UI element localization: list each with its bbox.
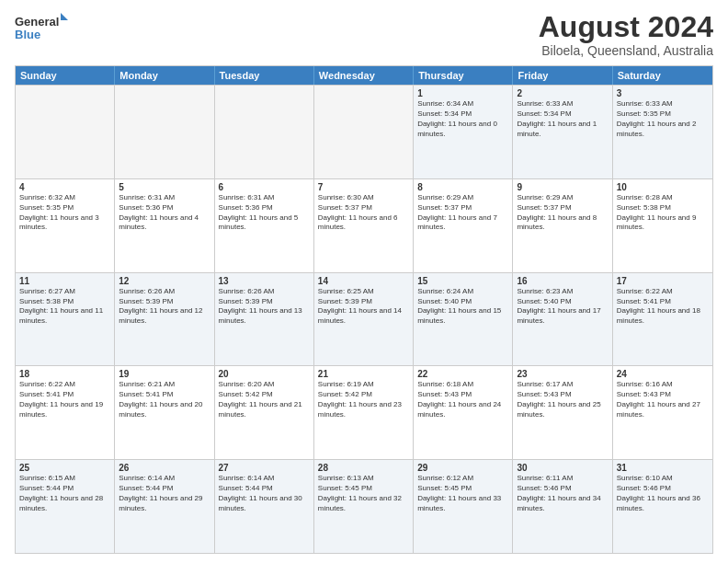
day-number: 7: [318, 182, 409, 192]
day-info: Sunrise: 6:15 AM Sunset: 5:44 PM Dayligh…: [19, 474, 110, 513]
day-info: Sunrise: 6:31 AM Sunset: 5:36 PM Dayligh…: [119, 193, 210, 233]
day-number: 6: [219, 182, 310, 192]
day-number: 10: [617, 182, 709, 192]
day-info: Sunrise: 6:25 AM Sunset: 5:39 PM Dayligh…: [318, 287, 409, 327]
logo-svg: General Blue: [15, 11, 70, 48]
day-info: Sunrise: 6:14 AM Sunset: 5:44 PM Dayligh…: [219, 474, 310, 513]
day-number: 4: [19, 182, 110, 192]
day-number: 13: [219, 276, 310, 286]
day-info: Sunrise: 6:11 AM Sunset: 5:46 PM Dayligh…: [517, 474, 608, 513]
calendar-cell: 3Sunrise: 6:33 AM Sunset: 5:35 PM Daylig…: [613, 86, 712, 178]
day-info: Sunrise: 6:20 AM Sunset: 5:42 PM Dayligh…: [219, 380, 310, 419]
day-number: 14: [318, 276, 409, 286]
day-info: Sunrise: 6:26 AM Sunset: 5:39 PM Dayligh…: [119, 287, 210, 327]
calendar-cell: 9Sunrise: 6:29 AM Sunset: 5:37 PM Daylig…: [513, 179, 612, 272]
calendar-cell: 27Sunrise: 6:14 AM Sunset: 5:44 PM Dayli…: [215, 460, 314, 553]
day-info: Sunrise: 6:31 AM Sunset: 5:36 PM Dayligh…: [219, 193, 310, 233]
calendar-row: 11Sunrise: 6:27 AM Sunset: 5:38 PM Dayli…: [16, 272, 712, 366]
day-info: Sunrise: 6:10 AM Sunset: 5:46 PM Dayligh…: [617, 474, 709, 513]
day-number: 21: [318, 369, 409, 379]
calendar-header-cell: Wednesday: [314, 66, 414, 85]
day-number: 5: [119, 182, 210, 192]
calendar-cell: [16, 86, 115, 178]
day-number: 25: [19, 463, 110, 473]
day-number: 2: [517, 88, 608, 98]
calendar-header-cell: Saturday: [613, 66, 712, 85]
svg-text:General: General: [15, 15, 59, 29]
calendar-row: 1Sunrise: 6:34 AM Sunset: 5:34 PM Daylig…: [16, 85, 712, 178]
day-number: 29: [417, 463, 508, 473]
day-info: Sunrise: 6:19 AM Sunset: 5:42 PM Dayligh…: [318, 380, 409, 419]
calendar-cell: 4Sunrise: 6:32 AM Sunset: 5:35 PM Daylig…: [16, 179, 115, 272]
calendar-header-cell: Tuesday: [215, 66, 314, 85]
calendar-cell: 19Sunrise: 6:21 AM Sunset: 5:41 PM Dayli…: [115, 366, 214, 459]
day-info: Sunrise: 6:22 AM Sunset: 5:41 PM Dayligh…: [19, 380, 110, 419]
day-info: Sunrise: 6:22 AM Sunset: 5:41 PM Dayligh…: [617, 287, 709, 327]
calendar-cell: 31Sunrise: 6:10 AM Sunset: 5:46 PM Dayli…: [613, 460, 712, 553]
logo: General Blue: [15, 11, 70, 48]
calendar-header-cell: Thursday: [414, 66, 513, 85]
calendar-cell: 29Sunrise: 6:12 AM Sunset: 5:45 PM Dayli…: [414, 460, 513, 553]
day-info: Sunrise: 6:27 AM Sunset: 5:38 PM Dayligh…: [19, 287, 110, 327]
calendar-header: SundayMondayTuesdayWednesdayThursdayFrid…: [16, 66, 712, 85]
day-info: Sunrise: 6:12 AM Sunset: 5:45 PM Dayligh…: [417, 474, 508, 513]
day-number: 8: [417, 182, 508, 192]
calendar-cell: 17Sunrise: 6:22 AM Sunset: 5:41 PM Dayli…: [613, 273, 712, 366]
calendar-cell: 16Sunrise: 6:23 AM Sunset: 5:40 PM Dayli…: [513, 273, 612, 366]
calendar-cell: [314, 86, 414, 178]
day-info: Sunrise: 6:24 AM Sunset: 5:40 PM Dayligh…: [417, 287, 508, 327]
calendar-cell: 26Sunrise: 6:14 AM Sunset: 5:44 PM Dayli…: [115, 460, 214, 553]
day-number: 23: [517, 369, 608, 379]
day-info: Sunrise: 6:13 AM Sunset: 5:45 PM Dayligh…: [318, 474, 409, 513]
calendar-cell: 13Sunrise: 6:26 AM Sunset: 5:39 PM Dayli…: [215, 273, 314, 366]
calendar-cell: 5Sunrise: 6:31 AM Sunset: 5:36 PM Daylig…: [115, 179, 214, 272]
day-number: 9: [517, 182, 608, 192]
day-number: 16: [517, 276, 608, 286]
day-number: 22: [417, 369, 508, 379]
day-number: 12: [119, 276, 210, 286]
day-number: 28: [318, 463, 409, 473]
calendar-cell: 15Sunrise: 6:24 AM Sunset: 5:40 PM Dayli…: [414, 273, 513, 366]
svg-marker-1: [61, 13, 68, 20]
calendar-cell: 28Sunrise: 6:13 AM Sunset: 5:45 PM Dayli…: [314, 460, 414, 553]
day-info: Sunrise: 6:28 AM Sunset: 5:38 PM Dayligh…: [617, 193, 709, 233]
day-info: Sunrise: 6:23 AM Sunset: 5:40 PM Dayligh…: [517, 287, 608, 327]
calendar-cell: 1Sunrise: 6:34 AM Sunset: 5:34 PM Daylig…: [414, 86, 513, 178]
calendar-body: 1Sunrise: 6:34 AM Sunset: 5:34 PM Daylig…: [16, 85, 712, 553]
subtitle: Biloela, Queensland, Australia: [539, 43, 713, 58]
day-info: Sunrise: 6:33 AM Sunset: 5:34 PM Dayligh…: [517, 99, 608, 139]
day-info: Sunrise: 6:14 AM Sunset: 5:44 PM Dayligh…: [119, 474, 210, 513]
day-number: 3: [617, 88, 709, 98]
calendar-cell: 8Sunrise: 6:29 AM Sunset: 5:37 PM Daylig…: [414, 179, 513, 272]
calendar-cell: 11Sunrise: 6:27 AM Sunset: 5:38 PM Dayli…: [16, 273, 115, 366]
calendar-cell: 12Sunrise: 6:26 AM Sunset: 5:39 PM Dayli…: [115, 273, 214, 366]
day-number: 19: [119, 369, 210, 379]
calendar-cell: 14Sunrise: 6:25 AM Sunset: 5:39 PM Dayli…: [314, 273, 414, 366]
calendar-cell: 30Sunrise: 6:11 AM Sunset: 5:46 PM Dayli…: [513, 460, 612, 553]
calendar-row: 18Sunrise: 6:22 AM Sunset: 5:41 PM Dayli…: [16, 365, 712, 459]
calendar-cell: 2Sunrise: 6:33 AM Sunset: 5:34 PM Daylig…: [513, 86, 612, 178]
calendar-cell: 10Sunrise: 6:28 AM Sunset: 5:38 PM Dayli…: [613, 179, 712, 272]
day-number: 11: [19, 276, 110, 286]
day-info: Sunrise: 6:34 AM Sunset: 5:34 PM Dayligh…: [417, 99, 508, 139]
calendar-cell: 24Sunrise: 6:16 AM Sunset: 5:43 PM Dayli…: [613, 366, 712, 459]
calendar-cell: 21Sunrise: 6:19 AM Sunset: 5:42 PM Dayli…: [314, 366, 414, 459]
day-info: Sunrise: 6:33 AM Sunset: 5:35 PM Dayligh…: [617, 99, 709, 139]
calendar-row: 25Sunrise: 6:15 AM Sunset: 5:44 PM Dayli…: [16, 459, 712, 553]
title-block: August 2024 Biloela, Queensland, Austral…: [539, 11, 713, 58]
day-number: 31: [617, 463, 709, 473]
calendar-cell: 18Sunrise: 6:22 AM Sunset: 5:41 PM Dayli…: [16, 366, 115, 459]
calendar-cell: 22Sunrise: 6:18 AM Sunset: 5:43 PM Dayli…: [414, 366, 513, 459]
day-info: Sunrise: 6:29 AM Sunset: 5:37 PM Dayligh…: [517, 193, 608, 233]
day-number: 18: [19, 369, 110, 379]
day-info: Sunrise: 6:17 AM Sunset: 5:43 PM Dayligh…: [517, 380, 608, 419]
calendar-cell: [115, 86, 214, 178]
day-info: Sunrise: 6:32 AM Sunset: 5:35 PM Dayligh…: [19, 193, 110, 233]
day-info: Sunrise: 6:26 AM Sunset: 5:39 PM Dayligh…: [219, 287, 310, 327]
day-info: Sunrise: 6:16 AM Sunset: 5:43 PM Dayligh…: [617, 380, 709, 419]
day-number: 1: [417, 88, 508, 98]
calendar-header-cell: Sunday: [16, 66, 115, 85]
day-number: 26: [119, 463, 210, 473]
calendar-cell: 7Sunrise: 6:30 AM Sunset: 5:37 PM Daylig…: [314, 179, 414, 272]
day-info: Sunrise: 6:29 AM Sunset: 5:37 PM Dayligh…: [417, 193, 508, 233]
